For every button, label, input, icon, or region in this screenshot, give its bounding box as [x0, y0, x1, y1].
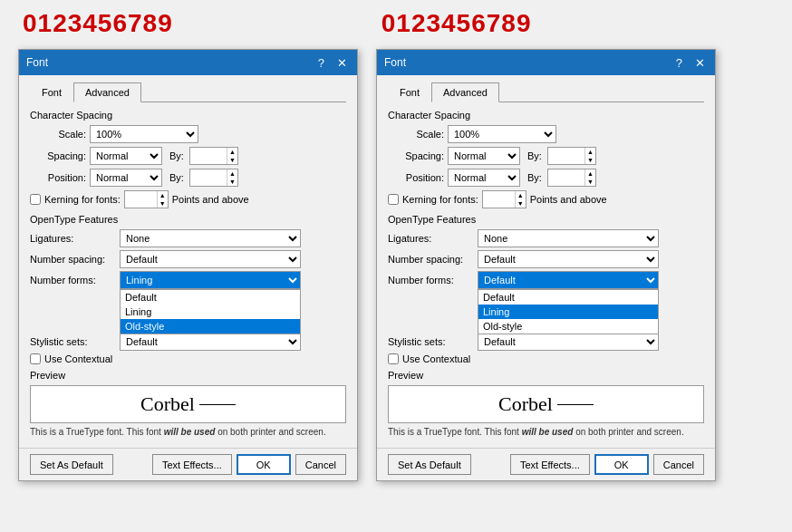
number-spacing-select-right[interactable]: Default	[478, 250, 659, 268]
ok-button-right[interactable]: OK	[594, 454, 649, 475]
spacing-label-left: Spacing:	[30, 150, 86, 161]
stylistic-label-right: Stylistic sets:	[388, 336, 474, 347]
position-by-spinner-right[interactable]: ▲ ▼	[547, 169, 596, 187]
spacing-select-right[interactable]: Normal	[448, 147, 520, 165]
dropdown-item-oldstyle-right[interactable]: Old-style	[478, 319, 658, 334]
btn-group-right: Text Effects... OK Cancel	[510, 454, 704, 475]
text-effects-button-right[interactable]: Text Effects...	[510, 454, 590, 475]
preview-box-right: Corbel	[388, 385, 704, 423]
stylistic-row-left: Stylistic sets: Default	[30, 333, 346, 351]
opentype-section-right: OpenType Features Ligatures: None Number…	[388, 214, 704, 364]
stylistic-select-left[interactable]: Default	[120, 333, 301, 351]
preview-underline-right	[557, 404, 594, 405]
kerning-input-left[interactable]: ▲ ▼	[124, 190, 169, 208]
ligatures-select-right[interactable]: None	[478, 229, 659, 247]
number-spacing-label-left: Number spacing:	[30, 254, 116, 265]
stylistic-label-left: Stylistic sets:	[30, 336, 116, 347]
spacing-row-right: Spacing: Normal By: ▲ ▼	[388, 147, 704, 165]
tab-left-advanced[interactable]: Advanced	[73, 82, 141, 102]
dropdown-item-lining-left[interactable]: Lining	[121, 305, 300, 319]
preview-number-right: 0123456789	[382, 9, 532, 38]
dropdown-item-lining-right[interactable]: Lining	[478, 305, 658, 319]
set-default-button-right[interactable]: Set As Default	[388, 454, 471, 475]
number-forms-container-right: Default Lining Old-style Default Lining …	[478, 271, 659, 289]
scale-select-left[interactable]: 100%	[90, 125, 198, 143]
titlebar-controls-right: ? ✕	[673, 56, 708, 70]
tab-right-advanced[interactable]: Advanced	[431, 82, 499, 102]
dropdown-item-oldstyle-left[interactable]: Old-style	[121, 319, 300, 334]
dialog-right-footer: Set As Default Text Effects... OK Cancel	[377, 448, 715, 480]
preview-label-left: Preview	[30, 370, 346, 381]
number-forms-select-right[interactable]: Default Lining Old-style	[478, 271, 659, 289]
number-forms-label-left: Number forms:	[30, 275, 116, 285]
help-button-left[interactable]: ?	[315, 56, 327, 70]
kerning-checkbox-left[interactable]	[30, 194, 41, 205]
number-forms-label-right: Number forms:	[388, 275, 474, 285]
position-select-right[interactable]: Normal	[448, 169, 520, 187]
dropdown-item-default-right[interactable]: Default	[478, 290, 658, 305]
contextual-checkbox-right[interactable]	[388, 353, 399, 364]
ok-button-left[interactable]: OK	[237, 454, 291, 475]
spacing-by-spinner-left[interactable]: ▲ ▼	[189, 147, 238, 165]
number-spacing-label-right: Number spacing:	[388, 254, 474, 265]
spacing-by-spinner-right[interactable]: ▲ ▼	[547, 147, 596, 165]
preview-font-left: Corbel	[140, 392, 195, 416]
kerning-label-right: Kerning for fonts:	[402, 194, 478, 205]
cancel-button-left[interactable]: Cancel	[295, 454, 346, 475]
dialog-right-title: Font	[384, 56, 406, 69]
kerning-checkbox-right[interactable]	[388, 194, 399, 205]
number-forms-select-left[interactable]: Lining Default Old-style	[120, 271, 301, 289]
dialog-right-titlebar: Font ? ✕	[377, 50, 715, 75]
help-button-right[interactable]: ?	[673, 56, 685, 70]
dialogs-row: Font ? ✕ Font Advanced Character Spacing…	[18, 49, 716, 481]
number-forms-row-right: Number forms: Default Lining Old-style D…	[388, 271, 704, 289]
contextual-label-left: Use Contextual	[44, 353, 112, 364]
points-label-right: Points and above	[530, 194, 607, 205]
ligatures-label-right: Ligatures:	[388, 233, 474, 244]
number-forms-container-left: Lining Default Old-style Default Lining …	[120, 271, 301, 289]
number-forms-row-left: Number forms: Lining Default Old-style D…	[30, 271, 346, 289]
text-effects-button-left[interactable]: Text Effects...	[152, 454, 232, 475]
close-button-left[interactable]: ✕	[334, 56, 350, 70]
opentype-label-right: OpenType Features	[388, 214, 704, 225]
position-label-left: Position:	[30, 172, 86, 183]
kerning-input-right[interactable]: ▲ ▼	[482, 190, 526, 208]
position-row-right: Position: Normal By: ▲ ▼	[388, 169, 704, 187]
dropdown-item-default-left[interactable]: Default	[121, 290, 300, 305]
contextual-row-left: Use Contextual	[30, 353, 346, 364]
titlebar-controls-left: ? ✕	[315, 56, 350, 70]
kerning-row-right: Kerning for fonts: ▲ ▼ Points and above	[388, 190, 704, 208]
position-label-right: Position:	[388, 172, 444, 183]
char-spacing-label-left: Character Spacing	[30, 110, 346, 121]
position-by-spinner-left[interactable]: ▲ ▼	[189, 169, 238, 187]
contextual-checkbox-left[interactable]	[30, 353, 41, 364]
scale-select-right[interactable]: 100%	[448, 125, 556, 143]
by-label-right: By:	[527, 150, 542, 161]
set-default-button-left[interactable]: Set As Default	[30, 454, 113, 475]
ligatures-row-left: Ligatures: None	[30, 229, 346, 247]
scale-label-left: Scale:	[30, 129, 86, 140]
ligatures-label-left: Ligatures:	[30, 233, 116, 244]
stylistic-select-right[interactable]: Default	[478, 333, 659, 351]
dialog-left-title: Font	[26, 56, 48, 69]
tab-right-font[interactable]: Font	[388, 82, 431, 102]
close-button-right[interactable]: ✕	[692, 56, 708, 70]
number-forms-dropdown-left: Default Lining Old-style	[120, 289, 301, 334]
number-spacing-row-right: Number spacing: Default	[388, 250, 704, 268]
scale-row-right: Scale: 100%	[388, 125, 704, 143]
contextual-label-right: Use Contextual	[402, 353, 470, 364]
dialog-right: Font ? ✕ Font Advanced Character Spacing…	[376, 49, 716, 481]
by-label-left: By:	[169, 150, 184, 161]
position-select-left[interactable]: Normal	[90, 169, 162, 187]
ligatures-select-left[interactable]: None	[120, 229, 301, 247]
cancel-button-right[interactable]: Cancel	[653, 454, 704, 475]
position-row-left: Position: Normal By: ▲ ▼	[30, 169, 346, 187]
preview-desc-right: This is a TrueType font. This font will …	[388, 427, 704, 437]
number-forms-dropdown-right: Default Lining Old-style	[478, 289, 659, 334]
spacing-select-left[interactable]: Normal	[90, 147, 162, 165]
opentype-label-left: OpenType Features	[30, 214, 346, 225]
contextual-row-right: Use Contextual	[388, 353, 704, 364]
tab-left-font[interactable]: Font	[30, 82, 73, 102]
scale-row-left: Scale: 100%	[30, 125, 346, 143]
number-spacing-select-left[interactable]: Default	[120, 250, 301, 268]
